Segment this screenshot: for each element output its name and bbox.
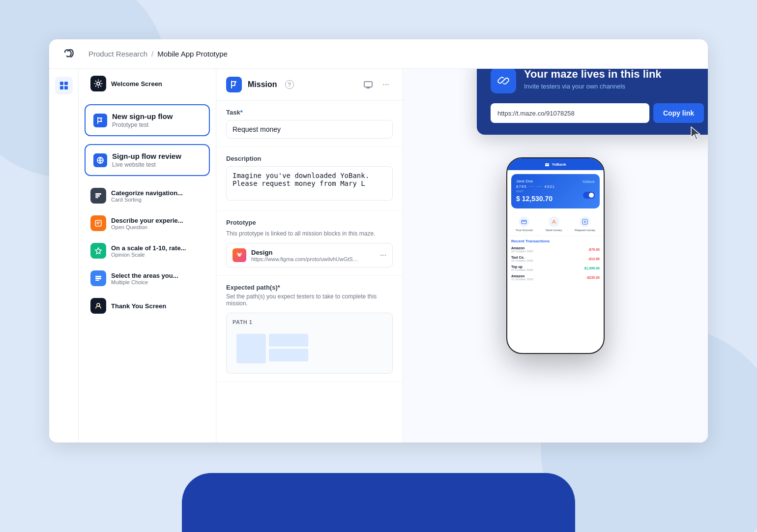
phone-status-bar: YoBank xyxy=(507,158,604,170)
copy-link-button[interactable]: Copy link xyxy=(653,103,704,123)
prototype-url: https://www.figma.com/proto/uwilvhUwGtSf… xyxy=(251,256,359,262)
svg-rect-20 xyxy=(522,220,526,224)
breadcrumb-current: Mobile App Prototype xyxy=(157,50,228,58)
bank-actions: Your Account Send money xyxy=(507,212,604,236)
list-item[interactable]: Categorize navigation... Card Sorting xyxy=(83,183,212,208)
svg-marker-10 xyxy=(95,248,101,254)
item-3-subtitle: Opinion Scale xyxy=(111,252,186,258)
task-label: Task* xyxy=(226,109,393,116)
svg-point-17 xyxy=(237,253,239,255)
mission-icon xyxy=(226,77,242,92)
bank-user-name: Jane Doe xyxy=(516,179,533,183)
description-textarea[interactable]: Imagine you've downloaded YoBank. Please… xyxy=(226,166,393,201)
phone-mockup: YoBank Jane Doe YoBank 8765 ···· ···· 43… xyxy=(506,157,605,354)
bank-label: YoBank xyxy=(582,180,595,183)
t1-date: 23 October 2020 xyxy=(511,250,533,253)
path-screen-1 xyxy=(236,334,266,363)
popup-icon xyxy=(491,69,516,93)
screen-icon[interactable] xyxy=(361,78,375,91)
account-label: Your Account xyxy=(516,229,533,232)
thank-you-icon xyxy=(90,298,106,314)
task-section: Task* xyxy=(216,101,403,147)
link-icon xyxy=(496,74,510,88)
t2-name: Taxi Co. xyxy=(511,256,533,259)
flag-icon xyxy=(96,117,104,124)
popup-link-row: Copy link xyxy=(491,103,704,123)
svg-rect-6 xyxy=(95,193,101,195)
prototype-name: Design xyxy=(251,249,359,256)
item-3-title: On a scale of 1-10, rate... xyxy=(111,244,186,252)
prototype-subtitle: This prototype is linked to all mission … xyxy=(226,230,393,237)
transaction-row: Top up 21 October 2020 $1,999.00 xyxy=(511,265,600,271)
left-sidebar xyxy=(49,69,79,443)
description-section: Description Imagine you've downloaded Yo… xyxy=(216,147,403,211)
request-label: Request money xyxy=(575,229,595,232)
more-options-icon[interactable]: ··· xyxy=(379,78,393,91)
popup-title: Your maze lives in this link xyxy=(524,69,662,81)
tree-panel: Welcome Screen New sign-up flow Prot xyxy=(79,69,216,443)
path-1-label: PATH 1 xyxy=(233,319,386,325)
card-sorting-icon xyxy=(90,188,106,204)
bank-action-request[interactable]: Request money xyxy=(575,216,595,232)
breadcrumb: Product Research / Mobile App Prototype xyxy=(88,50,228,58)
bank-action-account[interactable]: Your Account xyxy=(516,216,533,232)
t2-date: 22 October 2020 xyxy=(511,259,533,262)
prototype-more-icon[interactable]: ··· xyxy=(380,251,386,260)
list-item[interactable]: Select the areas you... Multiple Choice xyxy=(83,266,212,291)
maze-card-1-subtitle: Prototype test xyxy=(112,121,173,128)
settings-icon xyxy=(94,79,103,88)
top-bar: Product Research / Mobile App Prototype xyxy=(49,39,708,69)
cursor-icon xyxy=(689,126,703,140)
svg-point-18 xyxy=(240,253,242,255)
svg-rect-1 xyxy=(64,82,68,85)
transactions-title: Recent Transactions xyxy=(511,239,600,243)
mission-flag-icon xyxy=(230,80,238,89)
maze-card-2[interactable]: Sign-up flow review Live website test xyxy=(85,144,210,176)
main-window: Product Research / Mobile App Prototype xyxy=(49,39,708,443)
t3-name: Top up xyxy=(511,265,533,268)
item-1-subtitle: Card Sorting xyxy=(111,197,183,203)
popup-link-input[interactable] xyxy=(491,103,649,123)
figma-icon xyxy=(233,248,246,262)
preview-panel: YoBank Jane Doe YoBank 8765 ···· ···· 43… xyxy=(403,69,708,443)
phone-app-name: YoBank xyxy=(545,162,566,167)
svg-rect-7 xyxy=(95,195,100,197)
path-1-preview xyxy=(233,330,386,367)
multiple-choice-icon xyxy=(90,270,106,286)
svg-rect-19 xyxy=(545,163,549,166)
transactions-section: Recent Transactions Amazon 23 October 20… xyxy=(507,236,604,287)
svg-rect-15 xyxy=(364,82,372,87)
t4-name: Amazon xyxy=(511,274,533,278)
bank-card-expiry: 03/27 xyxy=(516,190,595,193)
maze-card-1[interactable]: New sign-up flow Prototype test xyxy=(85,104,210,136)
list-item[interactable]: Thank You Screen xyxy=(83,293,212,319)
expected-paths-label: Expected path(s)* xyxy=(226,284,393,291)
item-4-title: Select the areas you... xyxy=(111,272,178,279)
prototype-link-item[interactable]: Design https://www.figma.com/proto/uwilv… xyxy=(226,243,393,267)
item-2-title: Describe your experie... xyxy=(111,217,183,224)
mission-info-icon[interactable]: ? xyxy=(285,80,294,89)
expected-paths-sublabel: Set the path(s) you expect testers to ta… xyxy=(226,293,393,307)
bank-action-send[interactable]: Send money xyxy=(546,216,562,232)
breadcrumb-parent[interactable]: Product Research xyxy=(88,50,147,58)
svg-point-21 xyxy=(553,220,555,222)
item-5-title: Thank You Screen xyxy=(111,302,166,310)
t1-name: Amazon xyxy=(511,246,533,250)
prototype-label: Prototype xyxy=(226,219,393,226)
list-item[interactable]: Describe your experie... Open Question xyxy=(83,210,212,236)
transaction-row: Amazon 23 October 2020 -$79.00 xyxy=(511,246,600,253)
bank-logo xyxy=(545,162,550,167)
t2-amount: -$13.60 xyxy=(588,257,600,261)
list-item[interactable]: On a scale of 1-10, rate... Opinion Scal… xyxy=(83,238,212,264)
t3-amount: $1,999.00 xyxy=(584,266,600,270)
popup-header: Your maze lives in this link Invite test… xyxy=(491,69,704,93)
welcome-icon xyxy=(90,76,106,91)
welcome-screen-item[interactable]: Welcome Screen xyxy=(83,71,212,96)
sidebar-icon-grid[interactable] xyxy=(55,77,73,94)
svg-rect-12 xyxy=(95,278,101,279)
maze-card-2-icon xyxy=(93,153,107,167)
mission-panel: Mission ? ··· Task* xyxy=(216,69,403,443)
path-screen-3 xyxy=(269,349,308,361)
task-input[interactable] xyxy=(226,120,393,139)
send-icon xyxy=(549,216,559,227)
